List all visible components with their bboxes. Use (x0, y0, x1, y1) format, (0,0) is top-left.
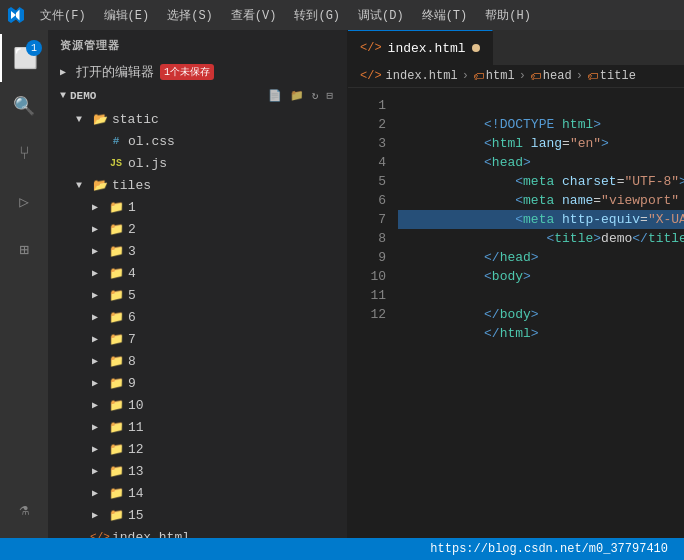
activity-search[interactable]: 🔍 (0, 82, 48, 130)
demo-arrow: ▼ (60, 90, 66, 101)
tree-item-ol-js[interactable]: JS ol.js (48, 152, 347, 174)
tree-item-12[interactable]: ▶📁12 (48, 438, 347, 460)
tree-item-1[interactable]: ▶📁1 (48, 196, 347, 218)
folder-11-icon: 📁 (108, 419, 124, 435)
tree-item-11[interactable]: ▶📁11 (48, 416, 347, 438)
folder-7-icon: 📁 (108, 331, 124, 347)
search-icon: 🔍 (13, 95, 35, 117)
breadcrumb-sep2: › (519, 69, 526, 83)
vscode-logo-icon (8, 7, 24, 23)
new-folder-btn[interactable]: 📁 (288, 87, 306, 104)
title-crumb-label: title (600, 69, 636, 83)
refresh-btn[interactable]: ↻ (310, 87, 321, 104)
menu-view[interactable]: 查看(V) (223, 5, 285, 26)
static-label: static (112, 112, 159, 127)
sidebar-actions: 📄 📁 ↻ ⊟ (266, 87, 335, 104)
main-layout: ⬜ 1 🔍 ⑂ ▷ ⊞ ⚗ 资源管理器 ▶ 打开的编辑器 1个未保存 (0, 30, 684, 538)
activity-badge: 1 (26, 40, 42, 56)
menu-bar: 文件(F) 编辑(E) 选择(S) 查看(V) 转到(G) 调试(D) 终端(T… (32, 5, 539, 26)
menu-selection[interactable]: 选择(S) (159, 5, 221, 26)
code-content[interactable]: <!DOCTYPE html> <html lang="en"> <head> … (398, 88, 684, 538)
tree-item-15[interactable]: ▶📁15 (48, 504, 347, 526)
tree-item-7[interactable]: ▶📁7 (48, 328, 347, 350)
sidebar-header: 资源管理器 (48, 30, 347, 61)
tree-item-index-html[interactable]: </> index.html (48, 526, 347, 538)
open-editors-arrow: ▶ (60, 66, 76, 78)
activity-settings[interactable]: ⚗ (0, 486, 48, 534)
breadcrumb-head[interactable]: 🏷 head (530, 69, 572, 83)
tree-item-ol-css[interactable]: # ol.css (48, 130, 347, 152)
folder-1-icon: 📁 (108, 199, 124, 215)
tree-item-2[interactable]: ▶📁2 (48, 218, 347, 240)
tree-item-10[interactable]: ▶📁10 (48, 394, 347, 416)
tree-item-5[interactable]: ▶📁5 (48, 284, 347, 306)
menu-edit[interactable]: 编辑(E) (96, 5, 158, 26)
sidebar: 资源管理器 ▶ 打开的编辑器 1个未保存 ▼ DEMO 📄 📁 ↻ ⊟ ▼ (48, 30, 348, 538)
tree-item-9[interactable]: ▶📁9 (48, 372, 347, 394)
statusbar: https://blog.csdn.net/m0_37797410 (0, 538, 684, 560)
breadcrumb-html-element[interactable]: 🏷 html (473, 69, 515, 83)
breadcrumb-title[interactable]: 🏷 title (587, 69, 636, 83)
activity-debug[interactable]: ▷ (0, 178, 48, 226)
collapse-btn[interactable]: ⊟ (324, 87, 335, 104)
folder-4-icon: 📁 (108, 265, 124, 281)
title-crumb-icon: 🏷 (587, 70, 598, 83)
css-icon: # (108, 133, 124, 149)
open-editors-label: 打开的编辑器 (76, 63, 154, 81)
tab-html-icon: </> (360, 41, 382, 55)
menu-file[interactable]: 文件(F) (32, 5, 94, 26)
new-file-btn[interactable]: 📄 (266, 87, 284, 104)
tab-index-html[interactable]: </> index.html (348, 30, 493, 65)
demo-section: ▼ DEMO 📄 📁 ↻ ⊟ (48, 83, 347, 108)
statusbar-url: https://blog.csdn.net/m0_37797410 (424, 542, 674, 556)
code-line-1: <!DOCTYPE html> (398, 96, 684, 115)
line-numbers: 1 2 3 4 5 6 7 8 9 10 11 12 (348, 88, 398, 538)
tree-item-tiles[interactable]: ▼ 📂 tiles (48, 174, 347, 196)
folder-9-icon: 📁 (108, 375, 124, 391)
demo-label: DEMO (70, 90, 96, 102)
css-label: ol.css (128, 134, 175, 149)
tree-item-14[interactable]: ▶📁14 (48, 482, 347, 504)
code-area[interactable]: 1 2 3 4 5 6 7 8 9 10 11 12 <!DOCTYPE htm… (348, 88, 684, 538)
tree-item-13[interactable]: ▶📁13 (48, 460, 347, 482)
folder-10-icon: 📁 (108, 397, 124, 413)
folder-15-icon: 📁 (108, 507, 124, 523)
folder-14-icon: 📁 (108, 485, 124, 501)
activity-extensions[interactable]: ⊞ (0, 226, 48, 274)
activity-explorer[interactable]: ⬜ 1 (0, 34, 48, 82)
html-crumb-label: html (486, 69, 515, 83)
tree-item-static[interactable]: ▼ 📂 static (48, 108, 347, 130)
debug-icon: ▷ (19, 192, 29, 212)
tree-item-6[interactable]: ▶📁6 (48, 306, 347, 328)
menu-help[interactable]: 帮助(H) (477, 5, 539, 26)
tree-item-3[interactable]: ▶📁3 (48, 240, 347, 262)
open-editors-badge: 1个未保存 (160, 64, 214, 80)
tree-item-8[interactable]: ▶📁8 (48, 350, 347, 372)
menu-goto[interactable]: 转到(G) (286, 5, 348, 26)
activity-git[interactable]: ⑂ (0, 130, 48, 178)
breadcrumb-file[interactable]: index.html (386, 69, 458, 83)
breadcrumb: </> index.html › 🏷 html › 🏷 head › 🏷 tit… (348, 65, 684, 88)
titlebar: 文件(F) 编辑(E) 选择(S) 查看(V) 转到(G) 调试(D) 终端(T… (0, 0, 684, 30)
breadcrumb-html-icon: </> (360, 69, 382, 83)
open-editors-section[interactable]: ▶ 打开的编辑器 1个未保存 (48, 61, 347, 83)
git-icon: ⑂ (19, 144, 30, 164)
menu-debug[interactable]: 调试(D) (350, 5, 412, 26)
static-folder-icon: 📂 (92, 111, 108, 127)
menu-terminal[interactable]: 终端(T) (414, 5, 476, 26)
breadcrumb-sep1: › (462, 69, 469, 83)
tiles-folder-icon: 📂 (92, 177, 108, 193)
js-icon: JS (108, 155, 124, 171)
breadcrumb-sep3: › (576, 69, 583, 83)
editor: </> index.html </> index.html › 🏷 html ›… (348, 30, 684, 538)
tiles-label: tiles (112, 178, 151, 193)
tree-item-4[interactable]: ▶📁4 (48, 262, 347, 284)
activity-bar: ⬜ 1 🔍 ⑂ ▷ ⊞ ⚗ (0, 30, 48, 538)
head-crumb-label: head (543, 69, 572, 83)
js-label: ol.js (128, 156, 167, 171)
static-arrow: ▼ (76, 114, 92, 125)
folder-6-icon: 📁 (108, 309, 124, 325)
editor-tabs: </> index.html (348, 30, 684, 65)
tab-label: index.html (388, 41, 466, 56)
flask-icon: ⚗ (19, 500, 29, 520)
